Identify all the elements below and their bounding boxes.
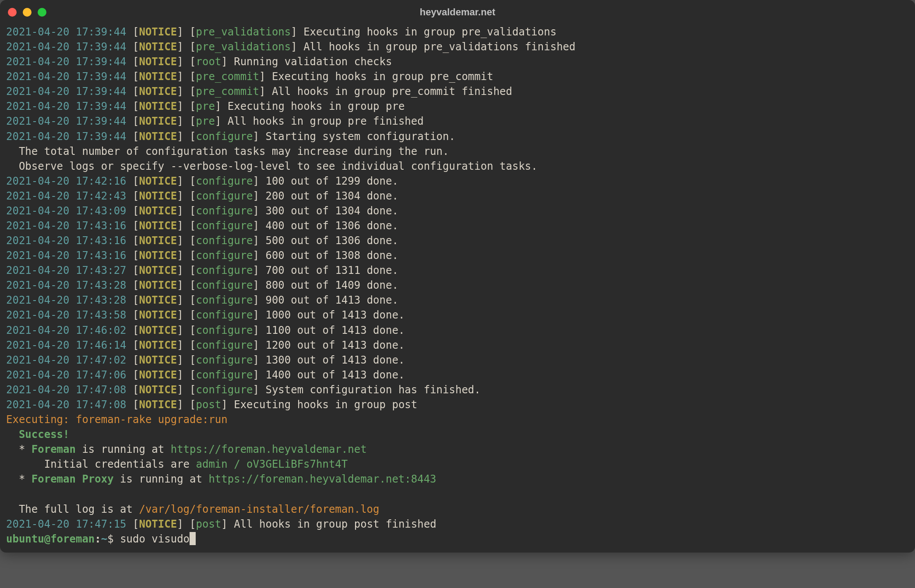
log-line: 2021-04-20 17:39:44 [NOTICE] [pre] All h… — [6, 114, 909, 129]
maximize-icon[interactable] — [38, 8, 46, 17]
log-level: NOTICE — [139, 294, 177, 306]
log-line: 2021-04-20 17:46:14 [NOTICE] [configure]… — [6, 338, 909, 353]
log-line: 2021-04-20 17:39:44 [NOTICE] [pre] Execu… — [6, 99, 909, 114]
timestamp: 2021-04-20 17:39:44 — [6, 130, 127, 143]
timestamp: 2021-04-20 17:42:43 — [6, 190, 127, 202]
timestamp: 2021-04-20 17:42:16 — [6, 175, 127, 187]
log-level: NOTICE — [139, 279, 177, 291]
log-level: NOTICE — [139, 384, 177, 396]
log-level: NOTICE — [139, 369, 177, 381]
log-line: 2021-04-20 17:43:16 [NOTICE] [configure]… — [6, 233, 909, 248]
log-message: 1100 out of 1413 done. — [265, 324, 405, 336]
log-tag: configure — [196, 324, 253, 336]
log-tag: configure — [196, 130, 253, 143]
cursor-icon — [190, 532, 196, 545]
timestamp: 2021-04-20 17:47:08 — [6, 399, 127, 411]
log-line: 2021-04-20 17:43:27 [NOTICE] [configure]… — [6, 263, 909, 278]
log-tag: configure — [196, 234, 253, 247]
log-line: 2021-04-20 17:47:08 [NOTICE] [configure]… — [6, 382, 909, 397]
log-message: All hooks in group pre_validations finis… — [303, 41, 575, 53]
log-message: System configuration has finished. — [265, 384, 480, 396]
log-line: 2021-04-20 17:43:16 [NOTICE] [configure]… — [6, 218, 909, 233]
log-tag: pre_commit — [196, 85, 260, 98]
log-level: NOTICE — [139, 85, 177, 98]
timestamp: 2021-04-20 17:47:08 — [6, 384, 127, 396]
log-message: 1200 out of 1413 done. — [265, 339, 405, 351]
log-level: NOTICE — [139, 309, 177, 321]
log-tag: configure — [196, 279, 253, 291]
log-line: 2021-04-20 17:42:16 [NOTICE] [configure]… — [6, 174, 909, 189]
log-message: Executing hooks in group pre — [228, 100, 405, 112]
log-message: 100 out of 1299 done. — [265, 175, 398, 187]
log-level: NOTICE — [139, 205, 177, 217]
success-label: Success! — [6, 427, 909, 442]
log-message: Executing hooks in group pre_validations — [303, 26, 556, 38]
log-tag: pre_commit — [196, 70, 260, 83]
prompt-user: ubuntu — [6, 533, 44, 545]
log-message: Starting system configuration. — [265, 130, 455, 143]
timestamp: 2021-04-20 17:47:02 — [6, 354, 127, 366]
log-tag: post — [196, 518, 222, 530]
command-input[interactable]: sudo visudo — [120, 533, 190, 545]
proxy-url-line: * Foreman Proxy is running at https://fo… — [6, 472, 909, 486]
log-level: NOTICE — [139, 234, 177, 247]
log-level: NOTICE — [139, 70, 177, 83]
log-level: NOTICE — [139, 399, 177, 411]
titlebar: heyvaldemar.net — [0, 0, 915, 24]
prompt-cwd: ~ — [101, 533, 107, 545]
timestamp: 2021-04-20 17:43:16 — [6, 249, 127, 262]
log-message: 900 out of 1413 done. — [265, 294, 398, 306]
log-message: 800 out of 1409 done. — [265, 279, 398, 291]
minimize-icon[interactable] — [23, 8, 32, 17]
credentials-line: Initial credentials are admin / oV3GELiB… — [6, 457, 909, 472]
foreman-url-line: * Foreman is running at https://foreman.… — [6, 442, 909, 457]
timestamp: 2021-04-20 17:47:06 — [6, 369, 127, 381]
log-message: 500 out of 1306 done. — [265, 234, 398, 247]
log-line: 2021-04-20 17:43:09 [NOTICE] [configure]… — [6, 203, 909, 218]
log-level: NOTICE — [139, 264, 177, 276]
log-line: 2021-04-20 17:39:44 [NOTICE] [pre_valida… — [6, 24, 909, 39]
timestamp: 2021-04-20 17:43:27 — [6, 264, 127, 276]
log-level: NOTICE — [139, 115, 177, 127]
log-tag: configure — [196, 309, 253, 321]
log-tag: configure — [196, 190, 253, 202]
log-level: NOTICE — [139, 518, 177, 530]
log-message: 300 out of 1304 done. — [265, 205, 398, 217]
terminal-output[interactable]: 2021-04-20 17:39:44 [NOTICE] [pre_valida… — [0, 24, 915, 553]
log-tag: root — [196, 56, 222, 68]
log-tag: configure — [196, 339, 253, 351]
log-line: 2021-04-20 17:46:02 [NOTICE] [configure]… — [6, 323, 909, 338]
log-tag: pre_validations — [196, 26, 291, 38]
terminal-window: heyvaldemar.net 2021-04-20 17:39:44 [NOT… — [0, 0, 915, 553]
timestamp: 2021-04-20 17:46:02 — [6, 324, 127, 336]
timestamp: 2021-04-20 17:43:28 — [6, 294, 127, 306]
log-tag: configure — [196, 294, 253, 306]
log-message: All hooks in group post finished — [234, 518, 436, 530]
log-line: 2021-04-20 17:39:44 [NOTICE] [pre_commit… — [6, 84, 909, 99]
timestamp: 2021-04-20 17:39:44 — [6, 85, 127, 98]
close-icon[interactable] — [8, 8, 17, 17]
log-message: 200 out of 1304 done. — [265, 190, 398, 202]
log-level: NOTICE — [139, 354, 177, 366]
log-tag: configure — [196, 205, 253, 217]
log-line: 2021-04-20 17:47:15 [NOTICE] [post] All … — [6, 517, 909, 532]
log-tag: configure — [196, 264, 253, 276]
log-note: Observe logs or specify --verbose-log-le… — [6, 159, 909, 174]
executing-line: Executing: foreman-rake upgrade:run — [6, 412, 909, 427]
log-tag: configure — [196, 175, 253, 187]
prompt-line[interactable]: ubuntu@foreman:~$ sudo visudo — [6, 532, 909, 546]
log-level: NOTICE — [139, 41, 177, 53]
log-message: All hooks in group pre finished — [228, 115, 424, 127]
log-message: Running validation checks — [234, 56, 392, 68]
log-line: 2021-04-20 17:43:58 [NOTICE] [configure]… — [6, 308, 909, 322]
timestamp: 2021-04-20 17:46:14 — [6, 339, 127, 351]
timestamp: 2021-04-20 17:43:16 — [6, 220, 127, 232]
log-tag: configure — [196, 249, 253, 262]
log-tag: pre_validations — [196, 41, 291, 53]
log-message: Executing hooks in group pre_commit — [272, 70, 493, 83]
log-message: All hooks in group pre_commit finished — [272, 85, 512, 98]
log-level: NOTICE — [139, 100, 177, 112]
log-path-line: The full log is at /var/log/foreman-inst… — [6, 502, 909, 517]
log-level: NOTICE — [139, 249, 177, 262]
timestamp: 2021-04-20 17:43:09 — [6, 205, 127, 217]
